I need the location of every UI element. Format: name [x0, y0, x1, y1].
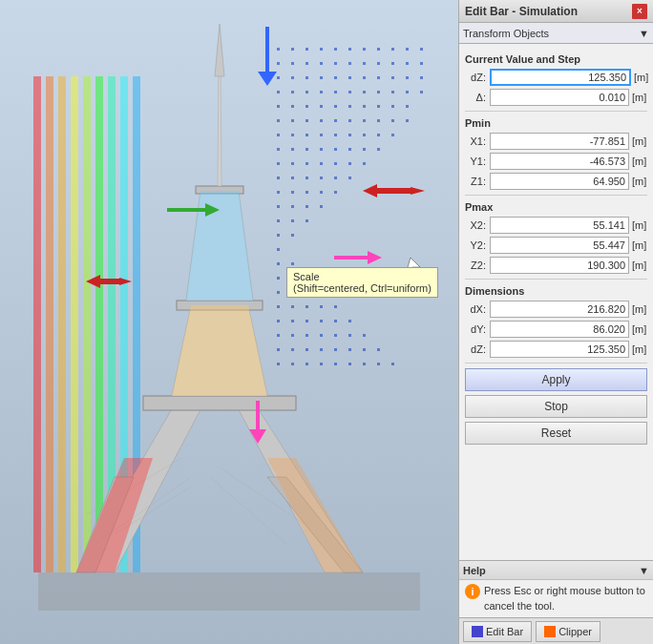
svg-rect-154 — [277, 363, 280, 365]
reset-button[interactable]: Reset — [465, 422, 647, 445]
dimensions-title: Dimensions — [465, 285, 647, 297]
svg-rect-49 — [363, 91, 366, 93]
svg-rect-40 — [391, 76, 394, 79]
svg-rect-135 — [305, 320, 308, 322]
svg-rect-64 — [277, 119, 280, 122]
svg-rect-54 — [277, 105, 280, 108]
dz-label: dZ: — [465, 72, 486, 83]
svg-rect-81 — [377, 134, 380, 136]
svg-rect-158 — [334, 363, 337, 365]
y1-input[interactable] — [490, 153, 629, 170]
transform-dropdown[interactable]: Transform Objects ▼ — [459, 23, 653, 44]
dz-field-row: dZ: [m] — [465, 69, 647, 86]
svg-rect-72 — [391, 119, 394, 122]
svg-rect-130 — [305, 305, 308, 308]
svg-rect-57 — [320, 105, 323, 108]
y2-input[interactable] — [490, 237, 629, 254]
svg-rect-117 — [291, 234, 294, 237]
svg-rect-134 — [291, 320, 294, 322]
svg-rect-109 — [277, 205, 280, 208]
svg-rect-56 — [305, 105, 308, 108]
svg-rect-93 — [305, 162, 308, 165]
svg-rect-14 — [334, 48, 337, 51]
svg-rect-13 — [320, 48, 323, 51]
svg-rect-146 — [277, 348, 280, 351]
edit-bar-icon — [472, 626, 483, 637]
svg-rect-122 — [291, 277, 294, 280]
svg-rect-35 — [320, 76, 323, 79]
z1-unit: [m] — [632, 176, 647, 187]
dx-field-row: dX: [m] — [465, 301, 647, 318]
svg-rect-101 — [320, 177, 323, 179]
svg-rect-59 — [348, 105, 351, 108]
z1-field-row: Z1: [m] — [465, 173, 647, 190]
svg-rect-74 — [277, 134, 280, 136]
svg-rect-110 — [291, 205, 294, 208]
svg-rect-29 — [391, 62, 394, 65]
z2-field-row: Z2: [m] — [465, 257, 647, 274]
svg-rect-143 — [334, 334, 337, 337]
svg-rect-91 — [277, 162, 280, 165]
svg-rect-10 — [277, 48, 280, 51]
clipper-tab[interactable]: Clipper — [536, 621, 600, 642]
dz2-input[interactable] — [490, 341, 629, 358]
close-button[interactable]: × — [632, 4, 647, 19]
svg-rect-137 — [334, 320, 337, 322]
svg-rect-51 — [391, 91, 394, 93]
z1-input[interactable] — [490, 173, 629, 190]
svg-rect-152 — [363, 348, 366, 351]
x1-field-row: X1: [m] — [465, 133, 647, 150]
x1-input[interactable] — [490, 133, 629, 150]
3d-viewport[interactable]: Scale (Shift=centered, Ctrl=uniform) — [0, 0, 458, 644]
svg-rect-92 — [291, 162, 294, 165]
svg-rect-24 — [320, 62, 323, 65]
apply-button[interactable]: Apply — [465, 368, 647, 391]
svg-rect-113 — [277, 219, 280, 222]
svg-rect-115 — [305, 219, 308, 222]
svg-rect-132 — [334, 305, 337, 308]
svg-rect-27 — [363, 62, 366, 65]
svg-rect-43 — [277, 91, 280, 93]
x1-label: X1: — [465, 135, 486, 147]
z2-label: Z2: — [465, 260, 486, 271]
svg-rect-149 — [320, 348, 323, 351]
svg-rect-85 — [305, 148, 308, 151]
svg-rect-34 — [305, 76, 308, 79]
delta-input[interactable] — [490, 89, 629, 106]
svg-rect-33 — [291, 76, 294, 79]
svg-rect-37 — [348, 76, 351, 79]
svg-rect-16 — [363, 48, 366, 51]
svg-rect-67 — [320, 119, 323, 122]
svg-rect-145 — [363, 334, 366, 337]
dz-unit: [m] — [634, 72, 648, 83]
svg-rect-80 — [363, 134, 366, 136]
svg-rect-151 — [348, 348, 351, 351]
dx-input[interactable] — [490, 301, 629, 318]
delta-label: Δ: — [465, 92, 486, 103]
x2-input[interactable] — [490, 217, 629, 234]
svg-rect-95 — [334, 162, 337, 165]
svg-rect-47 — [334, 91, 337, 93]
dropdown-label: Transform Objects — [463, 28, 549, 39]
edit-bar-tab[interactable]: Edit Bar — [463, 621, 532, 642]
svg-rect-163 — [38, 572, 420, 611]
clipper-icon — [544, 626, 556, 637]
dx-label: dX: — [465, 303, 486, 315]
dz-input[interactable] — [490, 69, 631, 86]
svg-rect-71 — [377, 119, 380, 122]
svg-rect-32 — [277, 76, 280, 79]
help-body: i Press Esc or right mouse button to can… — [459, 580, 653, 617]
svg-rect-188 — [377, 188, 411, 194]
stop-button[interactable]: Stop — [465, 395, 647, 418]
dz2-unit: [m] — [632, 343, 647, 355]
svg-rect-118 — [277, 248, 280, 251]
svg-rect-3 — [58, 76, 66, 572]
svg-rect-1 — [33, 76, 41, 572]
z2-input[interactable] — [490, 257, 629, 274]
clipper-label: Clipper — [558, 626, 592, 637]
dy-input[interactable] — [490, 321, 629, 338]
svg-rect-79 — [348, 134, 351, 136]
svg-rect-102 — [334, 177, 337, 179]
dy-unit: [m] — [632, 323, 647, 335]
svg-rect-94 — [320, 162, 323, 165]
